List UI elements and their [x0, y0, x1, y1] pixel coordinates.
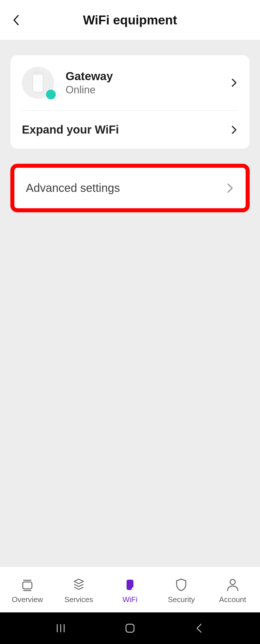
- gateway-status: Online: [66, 84, 230, 96]
- page-title: WiFi equipment: [10, 13, 250, 27]
- equipment-card: Gateway Online Expand your WiFi: [10, 55, 250, 149]
- account-icon: [225, 577, 241, 593]
- home-icon: [124, 622, 136, 634]
- sys-back-button[interactable]: [188, 620, 211, 637]
- svg-marker-3: [74, 579, 83, 584]
- bottom-nav: Overview Services WiFi: [0, 566, 260, 612]
- nav-overview[interactable]: Overview: [2, 577, 53, 604]
- nav-security-label: Security: [168, 595, 195, 604]
- gateway-icon: [22, 67, 54, 99]
- sys-recents-button[interactable]: [49, 620, 72, 637]
- header: WiFi equipment: [0, 0, 260, 40]
- advanced-settings-row[interactable]: Advanced settings: [14, 168, 246, 208]
- svg-rect-0: [23, 582, 32, 589]
- overview-icon: [19, 577, 35, 593]
- chevron-right-icon: [230, 126, 238, 134]
- nav-wifi[interactable]: WiFi: [104, 577, 156, 604]
- content-area: Gateway Online Expand your WiFi: [0, 40, 260, 566]
- gateway-title: Gateway: [66, 70, 230, 83]
- security-icon: [173, 577, 189, 593]
- services-icon: [71, 577, 87, 593]
- status-dot-icon: [46, 90, 56, 99]
- expand-wifi-label: Expand your WiFi: [22, 123, 230, 136]
- gateway-text: Gateway Online: [66, 70, 230, 96]
- recents-icon: [55, 622, 66, 634]
- nav-wifi-label: WiFi: [123, 595, 137, 604]
- advanced-settings-label: Advanced settings: [26, 182, 226, 194]
- nav-services[interactable]: Services: [53, 577, 104, 604]
- advanced-settings-card: Advanced settings: [10, 164, 250, 212]
- nav-overview-label: Overview: [12, 595, 43, 604]
- expand-wifi-row[interactable]: Expand your WiFi: [10, 111, 250, 149]
- svg-rect-10: [126, 624, 134, 632]
- nav-security[interactable]: Security: [156, 577, 207, 604]
- svg-point-6: [230, 579, 235, 585]
- nav-account[interactable]: Account: [207, 577, 258, 604]
- sys-home-button[interactable]: [118, 620, 142, 637]
- back-icon: [194, 622, 205, 634]
- wifi-icon: [122, 577, 138, 593]
- system-nav-bar: [0, 612, 260, 644]
- chevron-right-icon: [230, 79, 238, 87]
- chevron-right-icon: [226, 184, 234, 192]
- svg-point-5: [131, 590, 133, 591]
- gateway-row[interactable]: Gateway Online: [10, 55, 250, 110]
- nav-services-label: Services: [64, 595, 93, 604]
- nav-account-label: Account: [219, 595, 246, 604]
